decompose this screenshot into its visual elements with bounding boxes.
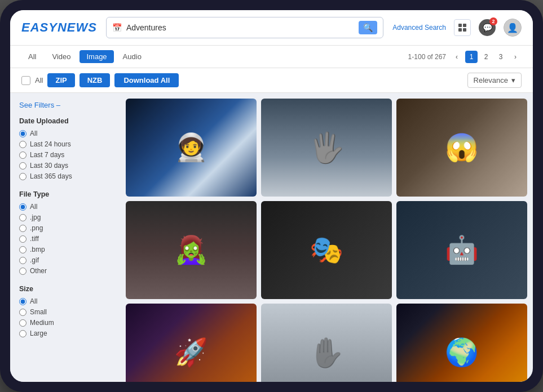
image-card[interactable]: [396, 201, 527, 299]
screen: EASyNEWS 📅 🔍 Advanced Search: [10, 10, 533, 382]
image-card[interactable]: [126, 304, 257, 382]
tab-all[interactable]: All: [21, 50, 43, 63]
see-filters-toggle[interactable]: See Filters –: [19, 101, 111, 109]
page-3-button[interactable]: 3: [495, 51, 507, 63]
image-card[interactable]: [396, 304, 527, 382]
filetype-bmp-option[interactable]: .bmp: [19, 246, 111, 253]
search-bar: 📅 🔍: [106, 17, 383, 38]
date-filter-title: Date Uploaded: [19, 117, 111, 125]
image-grid: [126, 99, 527, 382]
filetype-png-option[interactable]: .png: [19, 224, 111, 232]
filter-tabs-bar: All Video Image Audio 1-100 of 267 ‹ 1 2…: [10, 46, 533, 68]
search-input[interactable]: [126, 23, 354, 32]
sidebar: See Filters – Date Uploaded All Last 24 …: [10, 93, 120, 382]
user-avatar-button[interactable]: 👤: [504, 19, 522, 37]
image-grid-container: [120, 93, 533, 382]
date-7d-option[interactable]: Last 7 days: [19, 151, 111, 159]
toolbar: All ZIP NZB Download All Relevance ▾: [10, 68, 533, 93]
filetype-jpg-option[interactable]: .jpg: [19, 213, 111, 221]
select-all-checkbox[interactable]: [21, 76, 30, 85]
header-actions: Advanced Search 💬 2 👤: [392, 19, 522, 37]
all-label: All: [35, 76, 43, 84]
image-card[interactable]: [261, 99, 392, 197]
page-prev-button[interactable]: ‹: [451, 51, 463, 63]
download-all-button[interactable]: Download All: [114, 73, 179, 87]
date-all-option[interactable]: All: [19, 130, 111, 137]
image-card[interactable]: [126, 99, 257, 197]
tab-video[interactable]: Video: [45, 50, 77, 63]
date-30d-option[interactable]: Last 30 days: [19, 162, 111, 170]
size-large-option[interactable]: Large: [19, 329, 111, 337]
pagination-text: 1-100 of 267: [408, 53, 446, 61]
search-button[interactable]: 🔍: [359, 21, 377, 34]
size-filter-section: Size All Small Medium Large: [19, 285, 111, 337]
tab-audio[interactable]: Audio: [116, 50, 148, 63]
main-content: See Filters – Date Uploaded All Last 24 …: [10, 93, 533, 382]
page-1-button[interactable]: 1: [465, 51, 478, 63]
page-next-button[interactable]: ›: [509, 51, 522, 63]
size-medium-option[interactable]: Medium: [19, 319, 111, 327]
filetype-tiff-option[interactable]: .tiff: [19, 235, 111, 243]
filetype-filter-title: File Type: [19, 190, 111, 198]
size-filter-title: Size: [19, 285, 111, 293]
pagination-info: 1-100 of 267 ‹ 1 2 3 ›: [408, 51, 522, 63]
size-all-option[interactable]: All: [19, 297, 111, 305]
advanced-search-link[interactable]: Advanced Search: [392, 24, 446, 32]
tab-image[interactable]: Image: [80, 50, 113, 63]
header: EASyNEWS 📅 🔍 Advanced Search: [10, 10, 533, 46]
notifications-button[interactable]: 💬 2: [479, 19, 496, 36]
sort-label: Relevance: [474, 76, 508, 84]
image-card[interactable]: [126, 201, 257, 299]
image-card[interactable]: [261, 304, 392, 382]
notification-badge: 2: [489, 17, 497, 25]
filetype-gif-option[interactable]: .gif: [19, 256, 111, 264]
zip-button[interactable]: ZIP: [47, 73, 74, 87]
size-small-option[interactable]: Small: [19, 308, 111, 316]
chevron-down-icon: ▾: [511, 76, 515, 84]
grid-view-button[interactable]: [454, 19, 471, 36]
filetype-all-option[interactable]: All: [19, 203, 111, 211]
page-navigation: ‹ 1 2 3 ›: [451, 51, 522, 63]
app-logo: EASyNEWS: [21, 20, 97, 35]
nzb-button[interactable]: NZB: [80, 73, 111, 87]
grid-icon: [458, 24, 466, 32]
tablet-frame: EASyNEWS 📅 🔍 Advanced Search: [0, 0, 543, 392]
image-card[interactable]: [261, 201, 392, 299]
image-card[interactable]: [396, 99, 527, 197]
sort-dropdown[interactable]: Relevance ▾: [467, 73, 522, 88]
date-365d-option[interactable]: Last 365 days: [19, 172, 111, 180]
user-icon: 👤: [507, 23, 518, 33]
filetype-filter-section: File Type All .jpg .png .tiff .bmp: [19, 190, 111, 275]
page-2-button[interactable]: 2: [480, 51, 492, 63]
date-24h-option[interactable]: Last 24 hours: [19, 140, 111, 148]
date-filter-section: Date Uploaded All Last 24 hours Last 7 d…: [19, 117, 111, 180]
calendar-icon: 📅: [112, 23, 122, 32]
filetype-other-option[interactable]: Other: [19, 267, 111, 275]
